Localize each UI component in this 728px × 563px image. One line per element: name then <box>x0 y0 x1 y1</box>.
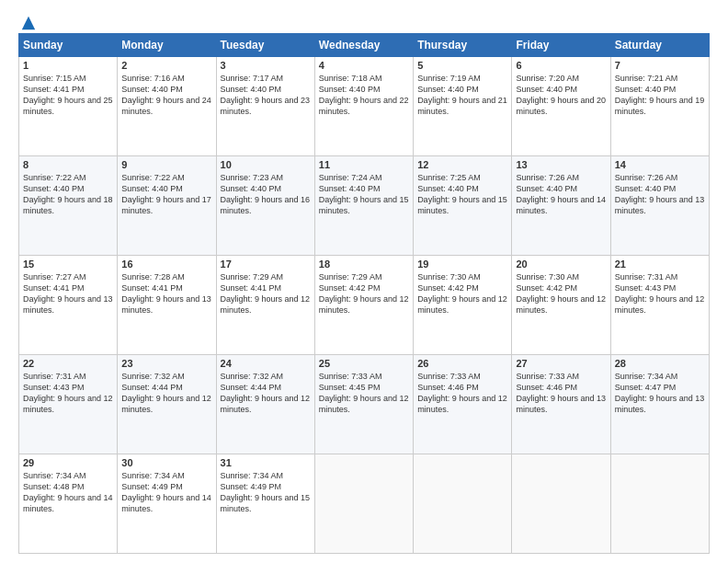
cell-info: Sunrise: 7:33 AMSunset: 4:45 PMDaylight:… <box>319 372 409 414</box>
day-number: 18 <box>319 259 409 270</box>
calendar-week-1: 1Sunrise: 7:15 AMSunset: 4:41 PMDaylight… <box>19 57 710 156</box>
day-header-wednesday: Wednesday <box>314 34 413 57</box>
calendar-cell <box>314 454 413 554</box>
day-number: 27 <box>516 358 606 369</box>
day-header-monday: Monday <box>118 34 216 57</box>
cell-info: Sunrise: 7:18 AMSunset: 4:40 PMDaylight:… <box>319 74 409 116</box>
cell-info: Sunrise: 7:24 AMSunset: 4:40 PMDaylight:… <box>319 173 409 215</box>
calendar-cell: 7Sunrise: 7:21 AMSunset: 4:40 PMDaylight… <box>610 57 709 156</box>
calendar-table: SundayMondayTuesdayWednesdayThursdayFrid… <box>18 33 710 554</box>
day-number: 17 <box>221 259 311 270</box>
day-number: 21 <box>615 259 705 270</box>
day-header-tuesday: Tuesday <box>216 34 314 57</box>
day-number: 15 <box>23 259 113 270</box>
day-number: 26 <box>417 358 507 369</box>
calendar-week-5: 29Sunrise: 7:34 AMSunset: 4:48 PMDayligh… <box>19 454 710 554</box>
cell-info: Sunrise: 7:34 AMSunset: 4:49 PMDaylight:… <box>121 471 211 513</box>
calendar-cell: 26Sunrise: 7:33 AMSunset: 4:46 PMDayligh… <box>414 355 512 454</box>
calendar-cell: 5Sunrise: 7:19 AMSunset: 4:40 PMDaylight… <box>414 57 512 156</box>
day-number: 20 <box>516 259 606 270</box>
cell-info: Sunrise: 7:30 AMSunset: 4:42 PMDaylight:… <box>417 272 507 315</box>
day-number: 22 <box>23 358 113 369</box>
cell-info: Sunrise: 7:23 AMSunset: 4:40 PMDaylight:… <box>221 173 311 215</box>
calendar-cell: 29Sunrise: 7:34 AMSunset: 4:48 PMDayligh… <box>19 454 118 554</box>
calendar-cell: 25Sunrise: 7:33 AMSunset: 4:45 PMDayligh… <box>314 355 413 454</box>
day-number: 19 <box>417 259 507 270</box>
calendar-cell: 12Sunrise: 7:25 AMSunset: 4:40 PMDayligh… <box>414 156 512 256</box>
cell-info: Sunrise: 7:16 AMSunset: 4:40 PMDaylight:… <box>121 74 211 116</box>
day-number: 23 <box>121 358 211 369</box>
day-number: 11 <box>319 159 409 170</box>
page: SundayMondayTuesdayWednesdayThursdayFrid… <box>0 0 728 563</box>
day-number: 12 <box>417 159 507 170</box>
calendar-cell: 24Sunrise: 7:32 AMSunset: 4:44 PMDayligh… <box>216 355 314 454</box>
day-number: 2 <box>121 60 211 71</box>
cell-info: Sunrise: 7:34 AMSunset: 4:48 PMDaylight:… <box>23 471 113 513</box>
day-number: 28 <box>615 358 705 369</box>
header <box>18 15 710 28</box>
calendar-cell: 22Sunrise: 7:31 AMSunset: 4:43 PMDayligh… <box>19 355 118 454</box>
calendar-cell: 21Sunrise: 7:31 AMSunset: 4:43 PMDayligh… <box>610 256 709 355</box>
calendar-cell: 9Sunrise: 7:22 AMSunset: 4:40 PMDaylight… <box>118 156 216 256</box>
calendar-cell: 20Sunrise: 7:30 AMSunset: 4:42 PMDayligh… <box>512 256 610 355</box>
cell-info: Sunrise: 7:31 AMSunset: 4:43 PMDaylight:… <box>23 372 113 414</box>
calendar-cell: 30Sunrise: 7:34 AMSunset: 4:49 PMDayligh… <box>118 454 216 554</box>
cell-info: Sunrise: 7:29 AMSunset: 4:41 PMDaylight:… <box>221 272 311 315</box>
cell-info: Sunrise: 7:29 AMSunset: 4:42 PMDaylight:… <box>319 272 409 315</box>
calendar-cell: 28Sunrise: 7:34 AMSunset: 4:47 PMDayligh… <box>610 355 709 454</box>
cell-info: Sunrise: 7:15 AMSunset: 4:41 PMDaylight:… <box>23 74 113 116</box>
cell-info: Sunrise: 7:27 AMSunset: 4:41 PMDaylight:… <box>23 272 113 315</box>
calendar-cell: 3Sunrise: 7:17 AMSunset: 4:40 PMDaylight… <box>216 57 314 156</box>
day-number: 1 <box>23 60 113 71</box>
cell-info: Sunrise: 7:33 AMSunset: 4:46 PMDaylight:… <box>516 372 606 414</box>
cell-info: Sunrise: 7:21 AMSunset: 4:40 PMDaylight:… <box>615 74 705 116</box>
calendar-cell: 19Sunrise: 7:30 AMSunset: 4:42 PMDayligh… <box>414 256 512 355</box>
calendar-cell: 11Sunrise: 7:24 AMSunset: 4:40 PMDayligh… <box>314 156 413 256</box>
calendar-cell: 15Sunrise: 7:27 AMSunset: 4:41 PMDayligh… <box>19 256 118 355</box>
day-header-sunday: Sunday <box>19 34 118 57</box>
calendar-week-2: 8Sunrise: 7:22 AMSunset: 4:40 PMDaylight… <box>19 156 710 256</box>
cell-info: Sunrise: 7:34 AMSunset: 4:47 PMDaylight:… <box>615 372 705 414</box>
logo <box>18 15 37 28</box>
calendar-cell: 4Sunrise: 7:18 AMSunset: 4:40 PMDaylight… <box>314 57 413 156</box>
cell-info: Sunrise: 7:20 AMSunset: 4:40 PMDaylight:… <box>516 74 606 116</box>
calendar-cell: 1Sunrise: 7:15 AMSunset: 4:41 PMDaylight… <box>19 57 118 156</box>
cell-info: Sunrise: 7:33 AMSunset: 4:46 PMDaylight:… <box>417 372 507 414</box>
calendar-cell: 14Sunrise: 7:26 AMSunset: 4:40 PMDayligh… <box>610 156 709 256</box>
day-number: 8 <box>23 159 113 170</box>
calendar-cell: 23Sunrise: 7:32 AMSunset: 4:44 PMDayligh… <box>118 355 216 454</box>
cell-info: Sunrise: 7:25 AMSunset: 4:40 PMDaylight:… <box>417 173 507 215</box>
calendar-cell <box>512 454 610 554</box>
cell-info: Sunrise: 7:19 AMSunset: 4:40 PMDaylight:… <box>417 74 507 116</box>
logo-icon <box>20 15 37 31</box>
cell-info: Sunrise: 7:26 AMSunset: 4:40 PMDaylight:… <box>516 173 606 215</box>
cell-info: Sunrise: 7:31 AMSunset: 4:43 PMDaylight:… <box>615 272 705 315</box>
cell-info: Sunrise: 7:32 AMSunset: 4:44 PMDaylight:… <box>121 372 211 414</box>
calendar-cell: 18Sunrise: 7:29 AMSunset: 4:42 PMDayligh… <box>314 256 413 355</box>
calendar-cell: 31Sunrise: 7:34 AMSunset: 4:49 PMDayligh… <box>216 454 314 554</box>
day-header-saturday: Saturday <box>610 34 709 57</box>
day-number: 31 <box>221 457 311 468</box>
day-number: 29 <box>23 457 113 468</box>
cell-info: Sunrise: 7:32 AMSunset: 4:44 PMDaylight:… <box>221 372 311 414</box>
cell-info: Sunrise: 7:26 AMSunset: 4:40 PMDaylight:… <box>615 173 705 215</box>
day-number: 30 <box>121 457 211 468</box>
calendar-cell: 16Sunrise: 7:28 AMSunset: 4:41 PMDayligh… <box>118 256 216 355</box>
calendar-cell: 2Sunrise: 7:16 AMSunset: 4:40 PMDaylight… <box>118 57 216 156</box>
calendar-cell: 8Sunrise: 7:22 AMSunset: 4:40 PMDaylight… <box>19 156 118 256</box>
calendar-cell: 6Sunrise: 7:20 AMSunset: 4:40 PMDaylight… <box>512 57 610 156</box>
day-number: 9 <box>121 159 211 170</box>
calendar-week-4: 22Sunrise: 7:31 AMSunset: 4:43 PMDayligh… <box>19 355 710 454</box>
day-number: 4 <box>319 60 409 71</box>
day-header-friday: Friday <box>512 34 610 57</box>
cell-info: Sunrise: 7:17 AMSunset: 4:40 PMDaylight:… <box>221 74 311 116</box>
day-header-thursday: Thursday <box>414 34 512 57</box>
svg-marker-0 <box>22 17 35 29</box>
calendar-cell: 13Sunrise: 7:26 AMSunset: 4:40 PMDayligh… <box>512 156 610 256</box>
calendar-cell <box>610 454 709 554</box>
day-number: 14 <box>615 159 705 170</box>
cell-info: Sunrise: 7:30 AMSunset: 4:42 PMDaylight:… <box>516 272 606 315</box>
day-number: 25 <box>319 358 409 369</box>
day-number: 13 <box>516 159 606 170</box>
day-number: 24 <box>221 358 311 369</box>
